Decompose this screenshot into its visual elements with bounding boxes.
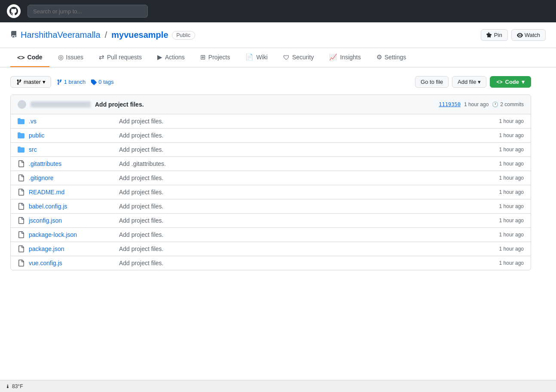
file-icon xyxy=(18,260,24,266)
watch-button[interactable]: Watch xyxy=(511,29,546,41)
tab-actions-label: Actions xyxy=(165,54,185,61)
file-commit-message: Add project files. xyxy=(119,203,477,210)
file-name-link[interactable]: vue.config.js xyxy=(29,260,115,266)
file-table-header: Add project files. 1119350 1 hour ago 🕐 … xyxy=(11,95,531,114)
code-button[interactable]: <> Code ▾ xyxy=(490,76,531,88)
file-commit-message: Add project files. xyxy=(119,260,477,266)
wiki-icon: 📄 xyxy=(245,53,254,61)
file-name-link[interactable]: babel.config.js xyxy=(29,203,115,210)
tab-insights[interactable]: 📈 Insights xyxy=(322,48,367,67)
repo-icon xyxy=(10,31,17,40)
add-file-label: Add file xyxy=(458,79,476,85)
tab-security[interactable]: 🛡 Security xyxy=(276,49,321,67)
content-area: master ▾ 1 branch 0 tags Go to file Add … xyxy=(0,67,541,279)
file-name-link[interactable]: .gitignore xyxy=(29,175,115,181)
repo-header: HarshithaVeeramalla / myvuesample Public… xyxy=(0,22,556,48)
pin-button[interactable]: Pin xyxy=(481,29,508,41)
tab-wiki[interactable]: 📄 Wiki xyxy=(238,48,274,67)
file-icon xyxy=(18,245,24,252)
security-icon: 🛡 xyxy=(283,54,290,61)
file-name-link[interactable]: src xyxy=(29,146,115,153)
tab-settings-label: Settings xyxy=(385,54,406,61)
table-row: publicAdd project files.1 hour ago xyxy=(11,129,531,143)
tab-code-label: Code xyxy=(27,54,43,61)
file-time: 1 hour ago xyxy=(481,147,524,153)
tab-settings[interactable]: ⚙ Settings xyxy=(370,48,413,67)
commit-time: 1 hour ago xyxy=(464,101,489,107)
file-time: 1 hour ago xyxy=(481,260,524,266)
code-icon: <> xyxy=(17,54,25,61)
file-name-link[interactable]: jsconfig.json xyxy=(29,217,115,224)
repo-name-link[interactable]: myvuesample xyxy=(111,30,168,40)
code-icon-btn: <> xyxy=(496,79,502,85)
table-row: README.mdAdd project files.1 hour ago xyxy=(11,185,531,199)
projects-icon: ⊞ xyxy=(200,53,206,61)
repo-owner-link[interactable]: HarshithaVeeramalla xyxy=(21,30,101,40)
table-row: srcAdd project files.1 hour ago xyxy=(11,143,531,157)
branch-right: Go to file Add file ▾ <> Code ▾ xyxy=(415,76,531,88)
file-name-link[interactable]: public xyxy=(29,132,115,139)
github-logo[interactable] xyxy=(7,4,21,18)
commits-count-label: 2 commits xyxy=(500,101,524,107)
table-row: vue.config.jsAdd project files.1 hour ag… xyxy=(11,256,531,270)
commit-author-blurred xyxy=(31,101,91,107)
branch-count-link[interactable]: 1 branch xyxy=(56,79,86,85)
file-commit-message: Add project files. xyxy=(119,189,477,196)
go-to-file-button[interactable]: Go to file xyxy=(415,76,449,88)
table-row: package.jsonAdd project files.1 hour ago xyxy=(11,242,531,256)
repo-visibility-badge: Public xyxy=(172,31,196,40)
branch-selector[interactable]: master ▾ xyxy=(10,76,51,88)
tab-projects-label: Projects xyxy=(208,54,230,61)
tab-pull-requests[interactable]: ⇄ Pull requests xyxy=(92,48,149,67)
file-rows-container: .vsAdd project files.1 hour agopublicAdd… xyxy=(11,114,531,270)
file-commit-message: Add project files. xyxy=(119,118,477,125)
tab-security-label: Security xyxy=(292,54,314,61)
file-commit-message: Add project files. xyxy=(119,231,477,238)
tab-projects[interactable]: ⊞ Projects xyxy=(193,48,237,67)
file-icon xyxy=(18,189,24,196)
folder-icon xyxy=(18,118,24,125)
tag-count-link[interactable]: 0 tags xyxy=(91,79,113,85)
file-time: 1 hour ago xyxy=(481,217,524,224)
file-name-link[interactable]: .vs xyxy=(29,118,115,125)
file-name-link[interactable]: README.md xyxy=(29,189,115,196)
file-table: Add project files. 1119350 1 hour ago 🕐 … xyxy=(10,95,531,270)
table-row: package-lock.jsonAdd project files.1 hou… xyxy=(11,228,531,242)
file-time: 1 hour ago xyxy=(481,232,524,238)
add-file-chevron-icon: ▾ xyxy=(478,79,481,85)
tab-code[interactable]: <> Code xyxy=(10,49,49,67)
issues-icon: ◎ xyxy=(58,53,64,61)
file-time: 1 hour ago xyxy=(481,118,524,124)
file-commit-message: Add project files. xyxy=(119,217,477,224)
file-name-link[interactable]: package-lock.json xyxy=(29,231,115,238)
branch-chevron-icon: ▾ xyxy=(43,79,46,85)
file-name-link[interactable]: .gitattributes xyxy=(29,160,115,167)
file-commit-message: Add project files. xyxy=(119,146,477,153)
commit-hash-link[interactable]: 1119350 xyxy=(439,101,461,107)
commits-count-link[interactable]: 🕐 2 commits xyxy=(492,101,524,107)
tab-insights-label: Insights xyxy=(340,54,360,61)
file-commit-message: Add project files. xyxy=(119,132,477,139)
tab-issues[interactable]: ◎ Issues xyxy=(51,48,90,67)
top-bar xyxy=(0,0,556,22)
add-file-button[interactable]: Add file ▾ xyxy=(452,76,486,88)
pull-requests-icon: ⇄ xyxy=(99,53,104,61)
branch-name: master xyxy=(24,79,41,85)
file-commit-message: Add .gitattributes. xyxy=(119,160,477,167)
search-input[interactable] xyxy=(27,5,148,18)
file-time: 1 hour ago xyxy=(481,203,524,209)
tab-actions[interactable]: ▶ Actions xyxy=(150,48,192,67)
branch-left: master ▾ 1 branch 0 tags xyxy=(10,76,114,88)
table-row: .gitattributesAdd .gitattributes.1 hour … xyxy=(11,157,531,171)
tab-issues-label: Issues xyxy=(66,54,83,61)
file-commit-message: Add project files. xyxy=(119,175,477,181)
branch-bar: master ▾ 1 branch 0 tags Go to file Add … xyxy=(10,76,531,88)
commit-message[interactable]: Add project files. xyxy=(95,101,144,108)
tab-pull-requests-label: Pull requests xyxy=(107,54,142,61)
file-name-link[interactable]: package.json xyxy=(29,245,115,252)
watch-label: Watch xyxy=(525,32,540,38)
actions-icon: ▶ xyxy=(157,53,162,61)
repo-nav: <> Code ◎ Issues ⇄ Pull requests ▶ Actio… xyxy=(0,48,556,67)
clock-icon: 🕐 xyxy=(492,101,498,107)
settings-icon: ⚙ xyxy=(376,53,382,61)
